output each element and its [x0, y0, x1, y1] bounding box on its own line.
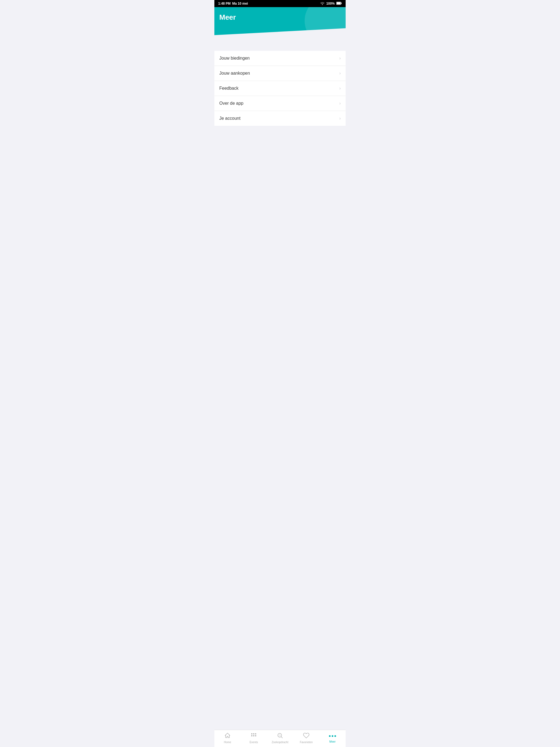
- chevron-right-icon: ›: [339, 101, 341, 106]
- svg-rect-6: [251, 735, 252, 736]
- svg-line-10: [281, 737, 283, 738]
- home-icon: [224, 732, 231, 740]
- tab-bar: HomeEventsZoekopdrachtFavorietenMeer: [214, 730, 346, 747]
- tab-item-meer[interactable]: Meer: [320, 733, 346, 743]
- tab-label: Favorieten: [300, 741, 312, 744]
- header-decoration: [305, 7, 346, 43]
- chevron-right-icon: ›: [339, 71, 341, 76]
- menu-item-feedback[interactable]: Feedback ›: [214, 81, 346, 96]
- time: 1:48 PM: [218, 2, 230, 5]
- menu-list: Jouw biedingen › Jouw aankopen › Feedbac…: [214, 51, 346, 126]
- tab-item-favorieten[interactable]: Favorieten: [293, 732, 320, 744]
- menu-item-label: Je account: [219, 116, 240, 121]
- svg-rect-7: [253, 735, 254, 736]
- tab-item-events[interactable]: Events: [240, 732, 267, 744]
- header: Meer: [214, 7, 346, 43]
- svg-point-9: [278, 733, 282, 737]
- svg-rect-2: [337, 2, 341, 4]
- tab-item-zoekopdracht[interactable]: Zoekopdracht: [267, 732, 293, 744]
- tab-item-home[interactable]: Home: [214, 732, 240, 744]
- wifi-icon: [320, 2, 325, 6]
- svg-rect-4: [253, 733, 254, 735]
- status-bar-right: 100%: [320, 2, 342, 6]
- battery-icon: [336, 2, 342, 6]
- menu-item-jouw-aankopen[interactable]: Jouw aankopen ›: [214, 66, 346, 81]
- date: Ma 10 mei: [232, 2, 248, 5]
- tab-label: Zoekopdracht: [272, 741, 288, 744]
- zoekopdracht-icon: [277, 732, 283, 740]
- menu-item-jouw-biedingen[interactable]: Jouw biedingen ›: [214, 51, 346, 66]
- page-title: Meer: [219, 13, 236, 22]
- menu-item-label: Over de app: [219, 101, 244, 106]
- menu-item-over-de-app[interactable]: Over de app ›: [214, 96, 346, 111]
- tab-label: Events: [250, 741, 258, 744]
- svg-rect-5: [255, 733, 256, 735]
- tab-label: Home: [224, 741, 231, 744]
- svg-point-11: [279, 735, 281, 736]
- meer-icon: [329, 733, 336, 739]
- favorieten-icon: [303, 732, 309, 740]
- events-icon: [251, 732, 257, 740]
- menu-item-label: Jouw aankopen: [219, 71, 250, 76]
- menu-item-label: Jouw biedingen: [219, 56, 250, 61]
- svg-rect-8: [255, 735, 256, 736]
- battery-label: 100%: [326, 2, 335, 5]
- tab-label: Meer: [330, 740, 336, 743]
- status-bar: 1:48 PM Ma 10 mei 100%: [214, 0, 346, 7]
- menu-item-je-account[interactable]: Je account ›: [214, 111, 346, 126]
- svg-rect-1: [341, 2, 342, 4]
- menu-item-label: Feedback: [219, 86, 238, 91]
- status-bar-left: 1:48 PM Ma 10 mei: [218, 2, 248, 5]
- chevron-right-icon: ›: [339, 56, 341, 61]
- chevron-right-icon: ›: [339, 116, 341, 121]
- svg-rect-3: [251, 733, 252, 735]
- chevron-right-icon: ›: [339, 86, 341, 91]
- content-area: Jouw biedingen › Jouw aankopen › Feedbac…: [214, 43, 346, 730]
